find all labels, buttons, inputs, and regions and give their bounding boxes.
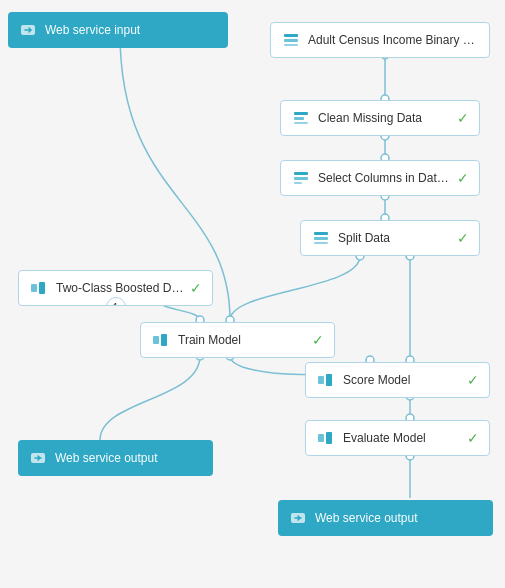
svg-rect-36 [318,434,324,442]
svg-rect-19 [284,39,298,42]
evaluate-model-label: Evaluate Model [343,431,461,445]
model-icon [29,278,49,298]
two-class-label: Two-Class Boosted Decision … [56,281,184,295]
svg-rect-23 [294,122,308,124]
svg-rect-30 [31,284,37,292]
svg-rect-32 [153,336,159,344]
svg-rect-27 [314,232,328,235]
train-icon [151,330,171,350]
svg-rect-29 [314,242,328,244]
score-model-check: ✓ [467,372,479,388]
score-icon [316,370,336,390]
svg-rect-28 [314,237,328,240]
two-class-check: ✓ [190,280,202,296]
svg-rect-31 [39,282,45,294]
two-class-badge: 1 [106,297,126,306]
split-icon [311,228,331,248]
web-service-output-right-label: Web service output [315,511,483,525]
evaluate-model-check: ✓ [467,430,479,446]
clean-missing-node[interactable]: Clean Missing Data ✓ [280,100,480,136]
svg-rect-18 [284,34,298,37]
score-model-node[interactable]: Score Model ✓ [305,362,490,398]
svg-rect-34 [318,376,324,384]
clean-icon [291,108,311,128]
clean-missing-label: Clean Missing Data [318,111,451,125]
svg-rect-35 [326,374,332,386]
train-model-node[interactable]: Train Model ✓ [140,322,335,358]
workflow-canvas: Web service input Adult Census Income Bi… [0,0,505,588]
select-columns-check: ✓ [457,170,469,186]
adult-census-node[interactable]: Adult Census Income Binary … [270,22,490,58]
score-model-label: Score Model [343,373,461,387]
svg-rect-26 [294,182,302,184]
web-service-input-label: Web service input [45,23,218,37]
svg-rect-33 [161,334,167,346]
svg-rect-21 [294,112,308,115]
clean-missing-check: ✓ [457,110,469,126]
output-right-icon [288,508,308,528]
svg-rect-20 [284,44,298,46]
svg-rect-25 [294,177,308,180]
web-service-input-node[interactable]: Web service input [8,12,228,48]
svg-rect-24 [294,172,308,175]
adult-census-label: Adult Census Income Binary … [308,33,479,47]
dataset-icon [281,30,301,50]
split-data-check: ✓ [457,230,469,246]
select-columns-node[interactable]: Select Columns in Dataset ✓ [280,160,480,196]
svg-rect-37 [326,432,332,444]
web-service-output-left-node[interactable]: Web service output [18,440,213,476]
svg-rect-22 [294,117,304,120]
input-icon [18,20,38,40]
select-icon [291,168,311,188]
select-columns-label: Select Columns in Dataset [318,171,451,185]
evaluate-icon [316,428,336,448]
train-model-label: Train Model [178,333,306,347]
two-class-node[interactable]: Two-Class Boosted Decision … ✓ 1 [18,270,213,306]
output-left-icon [28,448,48,468]
split-data-label: Split Data [338,231,451,245]
web-service-output-left-label: Web service output [55,451,203,465]
train-model-check: ✓ [312,332,324,348]
split-data-node[interactable]: Split Data ✓ [300,220,480,256]
web-service-output-right-node[interactable]: Web service output [278,500,493,536]
evaluate-model-node[interactable]: Evaluate Model ✓ [305,420,490,456]
